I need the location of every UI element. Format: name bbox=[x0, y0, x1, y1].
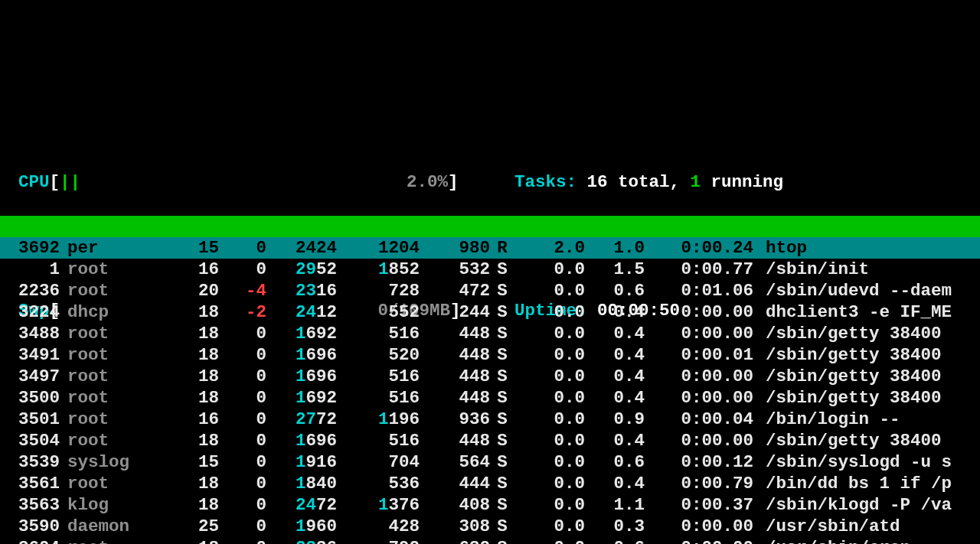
process-row[interactable]: 3539syslog1501916704564S0.00.60:00.12/sb… bbox=[0, 451, 980, 473]
cell-virt: 2472 bbox=[266, 494, 337, 516]
cell-res: 792 bbox=[337, 537, 420, 544]
cell-user: root bbox=[60, 430, 159, 451]
process-row[interactable]: 3488root1801692516448S0.00.40:00.00/sbin… bbox=[0, 323, 980, 344]
cell-shr: 408 bbox=[420, 494, 490, 516]
cell-pid: 3561 bbox=[0, 473, 60, 494]
cell-time: 0:00.01 bbox=[645, 344, 753, 366]
process-row[interactable]: 3504root1801696516448S0.00.40:00.00/sbin… bbox=[0, 430, 980, 451]
cell-shr: 308 bbox=[420, 516, 490, 537]
cell-mem: 0.3 bbox=[585, 516, 645, 537]
cell-cmd: /sbin/getty 38400 bbox=[753, 323, 942, 344]
cell-pid: 3500 bbox=[0, 387, 60, 409]
cell-virt: 1692 bbox=[266, 387, 337, 409]
cell-virt: 2412 bbox=[266, 301, 337, 323]
cell-mem: 0.4 bbox=[585, 473, 645, 494]
process-row[interactable]: 2236root20-42316728472S0.00.60:01.06/sbi… bbox=[0, 280, 980, 301]
cell-ni: 0 bbox=[219, 451, 266, 473]
cell-cmd: /usr/sbin/atd bbox=[753, 516, 900, 537]
cell-shr: 472 bbox=[420, 280, 490, 301]
cell-pri: 18 bbox=[159, 387, 219, 409]
cell-res: 516 bbox=[337, 387, 420, 409]
process-row[interactable]: 1root16029521852532S0.01.50:00.77/sbin/i… bbox=[0, 259, 980, 280]
cell-ni: 0 bbox=[219, 430, 266, 451]
cell-state: S bbox=[490, 516, 514, 537]
cell-cpu: 0.0 bbox=[514, 387, 585, 409]
cell-virt: 1696 bbox=[266, 430, 337, 451]
cell-cpu: 0.0 bbox=[514, 516, 585, 537]
cell-mem: 0.6 bbox=[585, 537, 645, 544]
process-row[interactable]: 3692per15024241204980R2.01.00:00.24htop bbox=[0, 237, 980, 259]
cell-cmd: /sbin/init bbox=[753, 259, 869, 280]
cell-mem: 1.1 bbox=[585, 494, 645, 516]
cell-time: 0:00.37 bbox=[645, 494, 753, 516]
cell-pri: 20 bbox=[159, 280, 219, 301]
cell-res: 552 bbox=[337, 301, 420, 323]
process-row[interactable]: 3563klog18024721376408S0.01.10:00.37/sbi… bbox=[0, 494, 980, 516]
cell-ni: 0 bbox=[219, 323, 266, 344]
cell-state: S bbox=[490, 280, 514, 301]
cell-mem: 0.9 bbox=[585, 409, 645, 430]
cell-state: S bbox=[490, 494, 514, 516]
cell-mem: 0.4 bbox=[585, 387, 645, 409]
cell-state: R bbox=[490, 237, 514, 259]
cell-cpu: 0.0 bbox=[514, 537, 585, 544]
cell-time: 0:00.24 bbox=[645, 237, 753, 259]
process-header[interactable]: PIDUSERPRINIVIRTRESSHRSCPU%MEM%TIME+Comm… bbox=[0, 216, 980, 237]
cell-mem: 1.0 bbox=[585, 237, 645, 259]
cell-cpu: 0.0 bbox=[514, 259, 585, 280]
cell-cmd: /bin/login -- bbox=[753, 409, 900, 430]
cell-time: 0:00.77 bbox=[645, 259, 753, 280]
cell-virt: 2336 bbox=[266, 537, 337, 544]
cell-cpu: 0.0 bbox=[514, 366, 585, 387]
cell-ni: 0 bbox=[219, 344, 266, 366]
cell-user: root bbox=[60, 537, 159, 544]
cell-user: root bbox=[60, 259, 159, 280]
process-row[interactable]: 3500root1801692516448S0.00.40:00.00/sbin… bbox=[0, 387, 980, 409]
cell-user: root bbox=[60, 409, 159, 430]
cell-cmd: /sbin/getty 38400 bbox=[753, 344, 942, 366]
cell-res: 516 bbox=[337, 430, 420, 451]
cell-cpu: 0.0 bbox=[514, 473, 585, 494]
cell-time: 0:00.00 bbox=[645, 323, 753, 344]
cell-virt: 1696 bbox=[266, 366, 337, 387]
cell-time: 0:00.00 bbox=[645, 430, 753, 451]
cell-pid: 3224 bbox=[0, 301, 60, 323]
cell-pid: 3501 bbox=[0, 409, 60, 430]
cell-cpu: 0.0 bbox=[514, 323, 585, 344]
cell-cpu: 0.0 bbox=[514, 344, 585, 366]
process-row[interactable]: 3561root1801840536444S0.00.40:00.79/bin/… bbox=[0, 473, 980, 494]
cell-user: syslog bbox=[60, 451, 159, 473]
cell-shr: 448 bbox=[420, 387, 490, 409]
process-row[interactable]: 3501root16027721196936S0.00.90:00.04/bin… bbox=[0, 409, 980, 430]
cell-cmd: /sbin/getty 38400 bbox=[753, 387, 942, 409]
cell-state: S bbox=[490, 430, 514, 451]
process-row[interactable]: 3497root1801696516448S0.00.40:00.00/sbin… bbox=[0, 366, 980, 387]
cell-user: klog bbox=[60, 494, 159, 516]
cell-pid: 3491 bbox=[0, 344, 60, 366]
cell-virt: 2952 bbox=[266, 259, 337, 280]
process-list[interactable]: 3692per15024241204980R2.01.00:00.24htop1… bbox=[0, 237, 980, 544]
cell-mem: 0.4 bbox=[585, 323, 645, 344]
process-row[interactable]: 3604root1802336792632S0.00.60:00.00/usr/… bbox=[0, 537, 980, 544]
cell-pri: 18 bbox=[159, 323, 219, 344]
cell-ni: -4 bbox=[219, 280, 266, 301]
cell-pri: 18 bbox=[159, 301, 219, 323]
process-row[interactable]: 3224dhcp18-22412552244S0.00.40:00.00dhcl… bbox=[0, 301, 980, 323]
cell-cmd: htop bbox=[753, 237, 807, 259]
cell-res: 1196 bbox=[337, 409, 420, 430]
cell-res: 516 bbox=[337, 323, 420, 344]
cell-virt: 1692 bbox=[266, 323, 337, 344]
cell-pri: 18 bbox=[159, 537, 219, 544]
cpu-meter: CPU[||2.0%] bbox=[18, 171, 462, 193]
cell-cpu: 0.0 bbox=[514, 494, 585, 516]
process-row[interactable]: 3590daemon2501960428308S0.00.30:00.00/us… bbox=[0, 516, 980, 537]
cell-ni: 0 bbox=[219, 516, 266, 537]
cell-pri: 15 bbox=[159, 451, 219, 473]
cell-time: 0:00.79 bbox=[645, 473, 753, 494]
cell-ni: 0 bbox=[219, 537, 266, 544]
cell-time: 0:00.00 bbox=[645, 387, 753, 409]
cell-state: S bbox=[490, 259, 514, 280]
cell-pid: 3604 bbox=[0, 537, 60, 544]
process-row[interactable]: 3491root1801696520448S0.00.40:00.01/sbin… bbox=[0, 344, 980, 366]
cell-cmd: /sbin/klogd -P /va bbox=[753, 494, 952, 516]
